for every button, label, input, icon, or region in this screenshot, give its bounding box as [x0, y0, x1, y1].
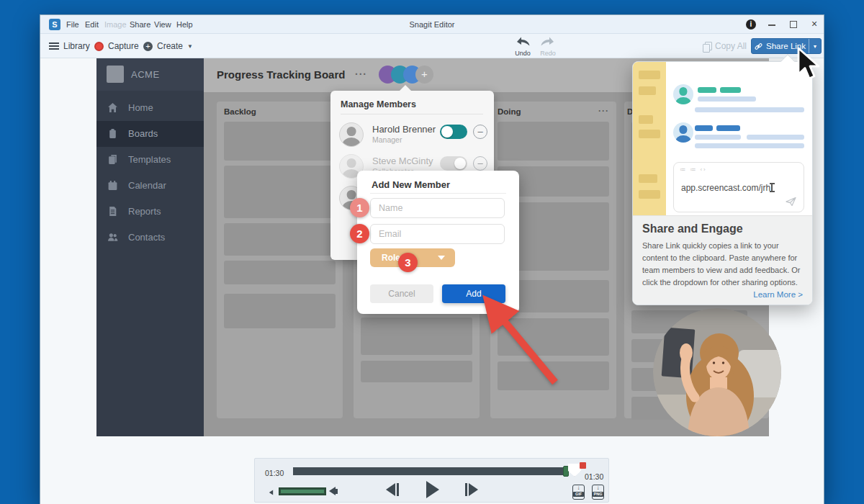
member-toggle-off[interactable]: [440, 156, 467, 171]
download-arrow-icon: ↓: [573, 485, 584, 491]
minimize-icon[interactable]: [768, 24, 775, 26]
name-field[interactable]: [370, 198, 505, 218]
trim-start-handle[interactable]: [563, 466, 569, 477]
divider: [370, 193, 506, 194]
board-column-backlog: Backlog: [217, 102, 343, 418]
export-png-button[interactable]: ↓ PNG: [592, 485, 604, 500]
prev-frame-button[interactable]: [386, 483, 399, 496]
column-title: Backlog: [224, 107, 256, 116]
undo-icon: [515, 36, 531, 46]
remove-member-icon[interactable]: –: [473, 125, 487, 139]
gif-label: GIF: [573, 492, 584, 497]
contacts-icon: [107, 232, 118, 243]
divider: [341, 114, 483, 114]
toggle-knob: [454, 158, 466, 169]
annotation-arrow-icon: [472, 282, 573, 390]
redo-button[interactable]: Redo: [537, 36, 559, 57]
caret-down-icon: [438, 256, 445, 260]
board-title: Progress Tracking Board: [217, 68, 345, 81]
snagit-editor-window: S File Edit Image Share View Help Snagit…: [40, 14, 824, 504]
play-button[interactable]: [426, 481, 439, 498]
volume-down-icon[interactable]: [269, 490, 273, 495]
mouse-cursor-icon: [796, 47, 823, 83]
sidebar-item-reports: Reports: [96, 199, 204, 225]
presenter-photo: [653, 308, 781, 436]
sidebar-item-templates: Templates: [96, 147, 204, 173]
text-line-bar: [695, 107, 804, 112]
create-label: Create: [157, 41, 183, 51]
caret-down-icon: ▼: [187, 43, 193, 50]
board-menu-ellipsis-icon: ···: [355, 68, 367, 80]
column-title: Doing: [498, 107, 521, 116]
share-engage-body: Share Link quickly copies a link to your…: [642, 240, 805, 289]
comment-avatar: [673, 84, 693, 104]
volume-slider[interactable]: [279, 487, 326, 495]
info-icon[interactable]: i: [746, 19, 756, 30]
reports-icon: [107, 206, 118, 217]
email-field[interactable]: [370, 224, 505, 244]
toolbar: Library Capture + Create ▼ Undo Redo C: [40, 34, 824, 58]
cancel-button[interactable]: Cancel: [370, 284, 433, 303]
copy-all-button[interactable]: Copy All: [703, 34, 747, 58]
text-line-bar: [698, 96, 756, 102]
current-time: 01:30: [265, 469, 284, 477]
maximize-icon[interactable]: [790, 21, 797, 28]
share-url-text: app.screencast.com/jrh: [681, 183, 773, 193]
video-player-bar: 01:30 01:30: [254, 458, 609, 503]
sidebar-item-calendar: Calendar: [96, 173, 204, 199]
plus-icon: +: [143, 42, 153, 51]
download-arrow-icon: ↓: [593, 485, 603, 491]
home-icon: [107, 102, 118, 113]
library-button[interactable]: Library: [49, 34, 90, 58]
board-card: [224, 122, 336, 161]
redo-icon: [540, 36, 556, 46]
text-line-bar: [747, 135, 804, 140]
remove-member-icon[interactable]: –: [473, 156, 487, 171]
export-gif-button[interactable]: ↓ GIF: [572, 485, 585, 500]
sidebar-item-label: Reports: [128, 206, 161, 217]
board-card: [498, 122, 609, 161]
menu-bar-shape: [639, 71, 660, 79]
speaker-icon[interactable]: [329, 487, 338, 495]
webcam-bubble: [653, 308, 781, 436]
org-header: ACME: [96, 58, 204, 91]
templates-icon: [107, 154, 118, 165]
create-button[interactable]: + Create ▼: [143, 34, 193, 58]
undo-button[interactable]: Undo: [512, 36, 534, 57]
boards-icon: [107, 128, 118, 139]
close-icon[interactable]: ×: [811, 18, 817, 30]
board-card: [224, 261, 336, 284]
manage-members-title: Manage Members: [341, 99, 416, 109]
hamburger-icon: [49, 42, 59, 50]
share-engage-heading: Share and Engage: [642, 222, 743, 235]
menu-bar-shape: [639, 130, 660, 138]
editor-toolbar-icons: ≔ ≔ ‹›: [680, 166, 707, 173]
add-member-plus-icon: +: [415, 66, 433, 84]
learn-more-link[interactable]: Learn More >: [753, 290, 803, 299]
toggle-knob: [441, 126, 453, 138]
member-name: Harold Brenner: [372, 124, 436, 135]
board-card: [224, 294, 336, 328]
undo-label: Undo: [512, 50, 534, 57]
illustration-sidebar: [633, 62, 666, 215]
member-toggle-on[interactable]: [440, 125, 467, 139]
text-line-bar: [698, 87, 716, 93]
text-line-bar: [695, 125, 713, 131]
comment-avatar: [673, 122, 693, 143]
step-annotation-2: 2: [350, 224, 369, 243]
menu-bar-shape: [639, 115, 653, 124]
timeline-track[interactable]: [293, 467, 569, 475]
member-role: Manager: [372, 135, 402, 144]
trim-end-handle[interactable]: [580, 462, 586, 469]
member-name: Steve McGinty: [372, 156, 433, 166]
capture-button[interactable]: Capture: [94, 34, 139, 58]
step-annotation-1: 1: [350, 198, 369, 217]
record-dot-icon: [94, 42, 104, 51]
volume-fill: [281, 490, 324, 493]
next-frame-button[interactable]: [465, 483, 478, 496]
text-line-bar: [695, 135, 741, 140]
board-card: [224, 166, 336, 218]
menu-bar-shape: [639, 174, 657, 183]
board-card: [224, 223, 336, 256]
share-url-box[interactable]: ≔ ≔ ‹› app.screencast.com/jrh: [673, 162, 804, 212]
